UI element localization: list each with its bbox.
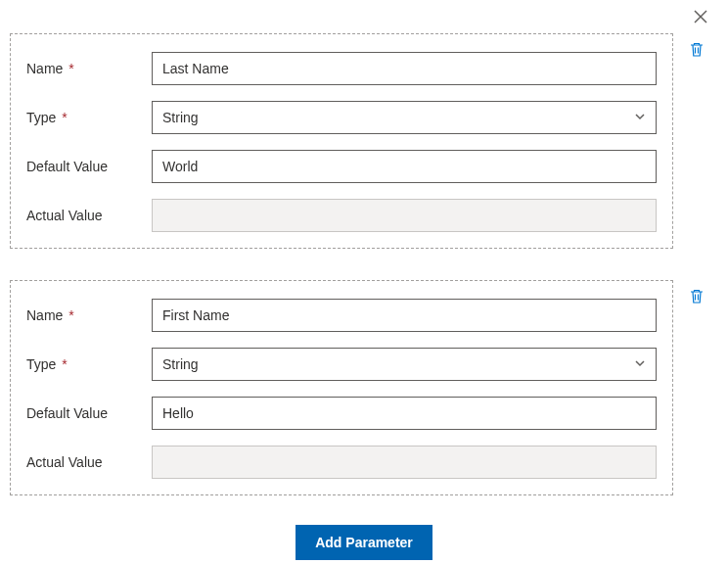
type-select[interactable]: String bbox=[152, 101, 657, 134]
chevron-down-icon bbox=[634, 356, 646, 372]
type-label: Type * bbox=[26, 356, 152, 372]
type-row: Type * String bbox=[26, 348, 657, 381]
required-marker: * bbox=[62, 110, 67, 125]
actual-value-label: Actual Value bbox=[26, 208, 152, 223]
name-label: Name * bbox=[26, 307, 152, 323]
close-button[interactable] bbox=[691, 8, 710, 27]
actual-value-label: Actual Value bbox=[26, 454, 152, 470]
default-value-row: Default Value bbox=[26, 150, 657, 183]
add-parameter-button[interactable]: Add Parameter bbox=[296, 525, 432, 560]
trash-icon bbox=[689, 288, 705, 307]
delete-parameter-button[interactable] bbox=[688, 42, 705, 60]
chevron-down-icon bbox=[634, 110, 646, 125]
default-value-label: Default Value bbox=[26, 405, 152, 421]
actual-value-row: Actual Value bbox=[26, 446, 657, 479]
default-value-input[interactable] bbox=[152, 150, 657, 183]
name-label: Name * bbox=[26, 61, 152, 76]
name-row: Name * bbox=[26, 52, 657, 85]
type-select[interactable]: String bbox=[152, 348, 657, 381]
type-row: Type * String bbox=[26, 101, 657, 134]
actual-value-display bbox=[152, 446, 657, 479]
delete-parameter-button[interactable] bbox=[688, 289, 705, 306]
default-value-label: Default Value bbox=[26, 159, 152, 174]
name-input[interactable] bbox=[152, 299, 657, 332]
default-value-row: Default Value bbox=[26, 397, 657, 430]
name-row: Name * bbox=[26, 299, 657, 332]
actual-value-display bbox=[152, 199, 657, 232]
parameter-card: Name * Type * String Default Value Actua… bbox=[10, 280, 673, 495]
type-select-value: String bbox=[162, 110, 199, 125]
name-input[interactable] bbox=[152, 52, 657, 85]
required-marker: * bbox=[62, 356, 67, 372]
default-value-input[interactable] bbox=[152, 397, 657, 430]
close-icon bbox=[694, 10, 707, 26]
required-marker: * bbox=[68, 61, 73, 76]
type-label: Type * bbox=[26, 110, 152, 125]
parameter-card: Name * Type * String Default Value Actua… bbox=[10, 33, 673, 249]
actual-value-row: Actual Value bbox=[26, 199, 657, 232]
required-marker: * bbox=[68, 307, 73, 323]
trash-icon bbox=[689, 41, 705, 61]
type-select-value: String bbox=[162, 356, 199, 372]
